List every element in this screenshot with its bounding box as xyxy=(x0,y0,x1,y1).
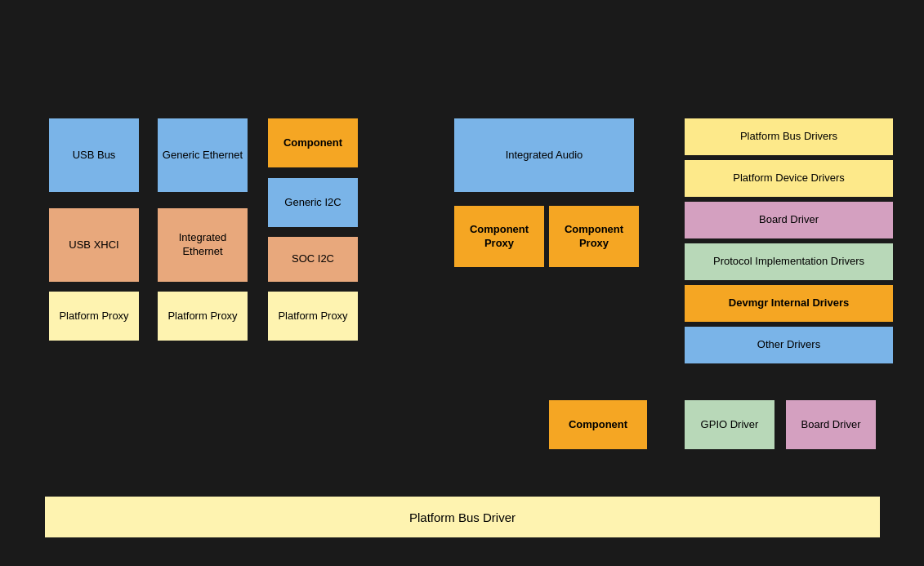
usb-xhci-box: USB XHCI xyxy=(49,208,139,282)
devmgr-internal-drivers-box: Devmgr Internal Drivers xyxy=(685,285,893,322)
platform-bus-drivers-box: Platform Bus Drivers xyxy=(685,118,893,155)
diagram-container: USB Bus Generic Ethernet Component Integ… xyxy=(0,0,924,566)
gpio-driver-box: GPIO Driver xyxy=(685,400,774,449)
soc-i2c-box: SOC I2C xyxy=(268,237,358,282)
integrated-audio-box: Integrated Audio xyxy=(454,118,634,192)
protocol-impl-drivers-box: Protocol Implementation Drivers xyxy=(685,243,893,280)
integrated-ethernet-box: Integrated Ethernet xyxy=(158,208,248,282)
usb-bus-box: USB Bus xyxy=(49,118,139,192)
board-driver-bottom-box: Board Driver xyxy=(786,400,876,449)
generic-i2c-box: Generic I2C xyxy=(268,178,358,227)
platform-proxy-2-box: Platform Proxy xyxy=(158,292,248,341)
component-proxy-1-box: Component Proxy xyxy=(454,206,544,267)
platform-bus-driver-bar: Platform Bus Driver xyxy=(45,497,880,537)
other-drivers-box: Other Drivers xyxy=(685,327,893,363)
platform-proxy-3-box: Platform Proxy xyxy=(268,292,358,341)
generic-ethernet-box: Generic Ethernet xyxy=(158,118,248,192)
platform-device-drivers-box: Platform Device Drivers xyxy=(685,160,893,197)
platform-proxy-1-box: Platform Proxy xyxy=(49,292,139,341)
board-driver-top-box: Board Driver xyxy=(685,202,893,238)
component-2-box: Component xyxy=(549,400,647,449)
component-proxy-2-box: Component Proxy xyxy=(549,206,639,267)
component-box: Component xyxy=(268,118,358,167)
